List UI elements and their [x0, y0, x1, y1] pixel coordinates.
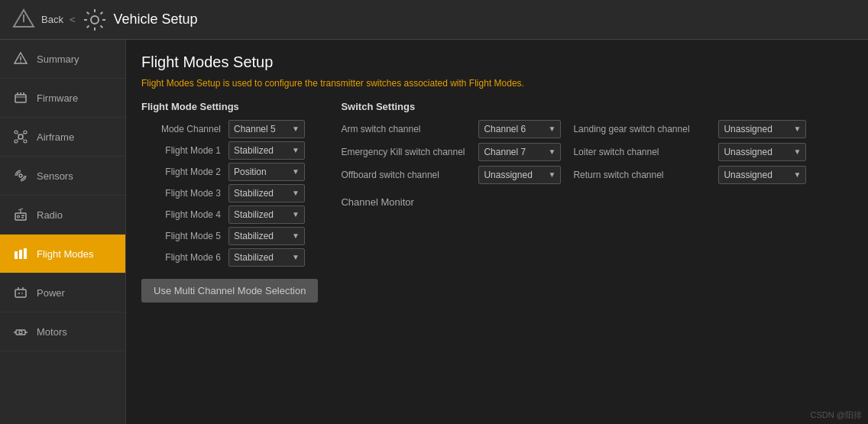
- landing-gear-switch-label: Landing gear switch channel: [573, 124, 718, 134]
- emergency-kill-value: Channel 7: [484, 147, 526, 157]
- channel-monitor-label: Channel Monitor: [341, 196, 853, 208]
- main-layout: Summary Firmware: [0, 40, 868, 424]
- emergency-kill-dropdown[interactable]: Channel 7 ▼: [478, 143, 561, 161]
- svg-point-20: [19, 174, 22, 177]
- radio-icon: [12, 206, 29, 223]
- page-title: Flight Modes Setup: [141, 53, 853, 71]
- multi-channel-button[interactable]: Use Multi Channel Mode Selection: [141, 279, 318, 303]
- landing-gear-switch-value: Unassigned: [724, 124, 772, 134]
- settings-row: Flight Mode Settings Mode Channel Channe…: [141, 101, 853, 303]
- sidebar-item-power[interactable]: Power: [0, 273, 125, 312]
- sidebar-item-label-radio: Radio: [37, 209, 63, 221]
- flight-mode-5-value: Stabilized: [234, 231, 274, 241]
- back-separator: <: [70, 14, 76, 25]
- flight-mode-3-value: Stabilized: [234, 188, 274, 199]
- topbar-title: Vehicle Setup: [114, 11, 198, 28]
- flight-modes-icon: [12, 245, 29, 262]
- svg-point-13: [24, 131, 27, 134]
- sensors-icon: [12, 167, 29, 184]
- airframe-icon: [12, 128, 29, 145]
- flight-mode-6-arrow-icon: ▼: [292, 253, 300, 261]
- flight-mode-6-dropdown[interactable]: Stabilized ▼: [228, 248, 305, 267]
- loiter-arrow-icon: ▼: [794, 147, 802, 156]
- flight-mode-4-dropdown[interactable]: Stabilized ▼: [228, 206, 305, 224]
- svg-rect-6: [15, 95, 26, 102]
- svg-point-2: [91, 16, 99, 24]
- loiter-switch-value: Unassigned: [724, 147, 772, 157]
- motors-icon: [12, 323, 29, 340]
- flight-mode-4-arrow-icon: ▼: [292, 210, 300, 218]
- offboard-switch-label: Offboard switch channel: [341, 170, 478, 180]
- svg-rect-23: [21, 215, 24, 217]
- flight-mode-6-value: Stabilized: [234, 252, 274, 263]
- switch-row-1: Arm switch channel Channel 6 ▼ Landing g…: [341, 120, 853, 138]
- flight-mode-1-arrow-icon: ▼: [292, 146, 300, 154]
- flight-mode-2-value: Position: [234, 167, 267, 177]
- loiter-switch-dropdown[interactable]: Unassigned ▼: [718, 143, 806, 161]
- svg-rect-27: [15, 251, 18, 259]
- offboard-arrow-icon: ▼: [549, 170, 556, 179]
- flight-mode-5-label: Flight Mode 5: [141, 231, 225, 241]
- sidebar-item-sensors[interactable]: Sensors: [0, 157, 125, 196]
- arm-switch-arrow-icon: ▼: [549, 125, 556, 133]
- flight-mode-1-label: Flight Mode 1: [141, 145, 225, 156]
- watermark: CSDN @阳排: [811, 409, 862, 421]
- sidebar-item-flight-modes[interactable]: Flight Modes: [0, 235, 125, 273]
- sidebar-item-label-airframe: Airframe: [37, 131, 74, 143]
- sidebar-item-label-firmware: Firmware: [37, 92, 78, 104]
- gear-icon: [82, 7, 108, 33]
- svg-point-39: [19, 331, 22, 334]
- svg-rect-29: [24, 248, 27, 259]
- switch-settings-grid: Arm switch channel Channel 6 ▼ Landing g…: [341, 120, 853, 186]
- flight-mode-4-value: Stabilized: [234, 209, 274, 220]
- sidebar-item-label-flight-modes: Flight Modes: [37, 248, 93, 260]
- offboard-switch-value: Unassigned: [484, 170, 532, 180]
- sidebar-item-label-sensors: Sensors: [37, 170, 73, 182]
- app-logo-icon: [12, 8, 35, 31]
- flight-mode-3-dropdown[interactable]: Stabilized ▼: [228, 184, 305, 202]
- return-switch-dropdown[interactable]: Unassigned ▼: [718, 166, 806, 184]
- back-button[interactable]: Back: [41, 14, 63, 25]
- emergency-kill-switch-label: Emergency Kill switch channel: [341, 147, 478, 157]
- offboard-switch-dropdown[interactable]: Unassigned ▼: [478, 166, 561, 184]
- flight-mode-5-dropdown[interactable]: Stabilized ▼: [228, 227, 305, 245]
- sidebar-item-airframe[interactable]: Airframe: [0, 118, 125, 157]
- switch-settings-col: Switch Settings Arm switch channel Chann…: [341, 101, 853, 303]
- flight-mode-row-1: Flight Mode 1 Stabilized ▼: [141, 141, 318, 160]
- switch-row-2: Emergency Kill switch channel Channel 7 …: [341, 143, 853, 161]
- sidebar-item-radio[interactable]: Radio: [0, 196, 125, 235]
- flight-mode-row-3: Flight Mode 3 Stabilized ▼: [141, 184, 318, 202]
- svg-line-18: [18, 138, 19, 140]
- sidebar-item-firmware[interactable]: Firmware: [0, 79, 125, 118]
- return-arrow-icon: ▼: [794, 170, 802, 179]
- svg-point-22: [18, 215, 20, 218]
- flight-mode-1-dropdown[interactable]: Stabilized ▼: [228, 141, 305, 160]
- flight-mode-3-label: Flight Mode 3: [141, 188, 225, 199]
- svg-point-15: [24, 140, 27, 143]
- topbar: Back < Vehicle Setup: [0, 0, 868, 40]
- svg-point-5: [20, 61, 21, 63]
- content-area: Flight Modes Setup Flight Modes Setup is…: [126, 40, 868, 424]
- sidebar-item-label-summary: Summary: [37, 53, 79, 65]
- arm-switch-label: Arm switch channel: [341, 124, 478, 134]
- landing-gear-arrow-icon: ▼: [794, 125, 802, 133]
- flight-mode-3-arrow-icon: ▼: [292, 189, 300, 197]
- flight-mode-row-2: Flight Mode 2 Position ▼: [141, 163, 318, 181]
- flight-modes-grid: Mode Channel Channel 5 ▼ Flight Mode 1 S…: [141, 120, 318, 267]
- landing-gear-switch-dropdown[interactable]: Unassigned ▼: [718, 120, 806, 138]
- sidebar-item-summary[interactable]: Summary: [0, 40, 125, 79]
- sidebar-item-motors[interactable]: Motors: [0, 312, 125, 351]
- flight-mode-2-label: Flight Mode 2: [141, 167, 225, 177]
- flight-mode-6-label: Flight Mode 6: [141, 252, 225, 263]
- return-switch-label: Return switch channel: [573, 170, 718, 180]
- mode-channel-arrow-icon: ▼: [292, 125, 300, 133]
- flight-mode-2-dropdown[interactable]: Position ▼: [228, 163, 305, 181]
- mode-channel-label: Mode Channel: [141, 124, 225, 134]
- sidebar-item-label-motors: Motors: [37, 326, 67, 338]
- flight-mode-row-6: Flight Mode 6 Stabilized ▼: [141, 248, 318, 267]
- arm-switch-dropdown[interactable]: Channel 6 ▼: [478, 120, 561, 138]
- svg-line-16: [18, 134, 19, 135]
- arm-switch-value: Channel 6: [484, 124, 526, 134]
- flight-mode-2-arrow-icon: ▼: [292, 167, 300, 176]
- mode-channel-dropdown[interactable]: Channel 5 ▼: [228, 120, 305, 138]
